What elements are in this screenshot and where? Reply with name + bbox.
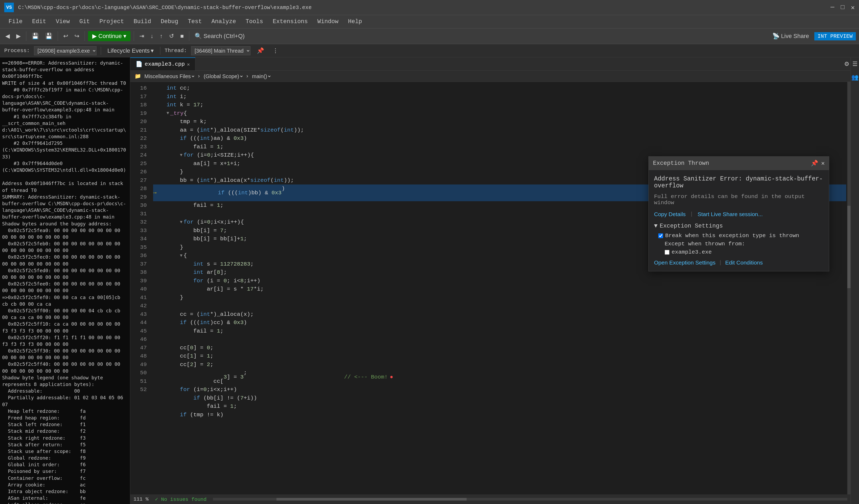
menu-tools[interactable]: Tools [241,17,268,27]
thread-label: Thread: [165,48,187,54]
code-line-21: aa = (int*)_alloca(SIZE*sizeof(int)); [153,126,846,135]
menu-analyze[interactable]: Analyze [207,17,240,27]
open-exception-settings-button[interactable]: Open Exception Settings [654,259,715,266]
no-issues-status: ✓ No issues found [155,496,207,502]
editor-settings-button[interactable]: ⚙ [843,57,850,71]
code-line-50: for (i=0;i<x;i++) [153,385,846,394]
close-button[interactable]: ✕ [851,4,855,12]
continue-label: Continue [99,33,122,40]
exception-dialog: Exception Thrown 📌 ✕ Address Sanitizer E… [648,156,829,271]
terminal-content: ==26908==ERROR: AddressSanitizer: dynami… [2,60,128,504]
menu-git[interactable]: Git [75,17,94,27]
tab-example3[interactable]: 📄 example3.cpp ✕ [130,57,195,71]
title-controls[interactable]: ─ □ ✕ [831,4,855,12]
menu-file[interactable]: File [4,17,27,27]
code-line-51: if (bb[i] != (7+i)) [153,394,846,402]
break-checkbox-row: Break when this exception type is thrown [654,233,824,239]
toolbar-back[interactable]: ◀ [3,32,12,41]
toolbar-undo[interactable]: ↩ [61,32,70,41]
menu-build[interactable]: Build [129,17,155,27]
terminal-panel[interactable]: ==26908==ERROR: AddressSanitizer: dynami… [0,57,130,504]
code-line-22: if (((int)aa) & 0x3) [153,134,846,143]
copy-details-button[interactable]: Copy Details [654,211,685,217]
code-editor[interactable]: 16 17 18 19 20 21 22 23 24 25 26 27 28 2… [130,82,850,494]
process-label: Process: [4,48,30,54]
example3-checkbox[interactable] [665,250,669,255]
settings-expand-icon[interactable]: ▼ [654,223,658,229]
menu-view[interactable]: View [51,17,74,27]
except-from-row: Except when thrown from: [654,241,824,247]
dialog-header-icons[interactable]: 📌 ✕ [811,160,825,167]
tab-file-icon: 📄 [136,61,142,67]
toolbar-forward[interactable]: ▶ [14,32,23,41]
toolbar-step-out[interactable]: ↑ [158,32,165,41]
menu-test[interactable]: Test [184,17,206,27]
scrollbar-thumb-v[interactable] [847,206,850,288]
break-checkbox[interactable] [658,233,663,238]
process-select[interactable]: [26908] example3.exe [34,46,96,55]
breadcrumb-files[interactable]: 📁 [135,73,141,79]
scrollbar-thumb-h[interactable] [276,498,467,501]
code-content[interactable]: int cc; int i; int k = 17; ▼_try{ tmp = … [149,82,850,494]
code-line-53: if (tmp != k) [153,411,846,419]
menu-help[interactable]: Help [344,17,366,27]
breadcrumb-files-select[interactable]: Miscellaneous Files [143,73,195,79]
example3-checkbox-label: example3.exe [672,249,712,255]
link-separator-2: | [719,260,722,266]
main-layout: ==26908==ERROR: AddressSanitizer: dynami… [0,57,859,504]
menu-edit[interactable]: Edit [28,17,50,27]
dialog-pin-icon[interactable]: 📌 [811,160,818,167]
code-line-23: fail = 1; [153,143,846,151]
toolbar-save-all[interactable]: 💾 [43,32,55,41]
breadcrumb-func-select[interactable]: main() [251,73,271,79]
code-line-44: fail = 1; [153,327,846,335]
example3-checkbox-row: example3.exe [654,249,824,255]
team-explorer-icon[interactable]: 👥 [850,73,859,82]
thread-pin[interactable]: 📌 [255,46,266,55]
code-line-43: if (((int)cc) & 0x3) [153,319,846,327]
live-share-session-button[interactable]: Start Live Share session... [698,211,763,217]
code-line-45 [153,335,846,344]
continue-icon: ▶ [92,33,97,40]
toolbar-sep-3 [85,31,85,41]
minimize-button[interactable]: ─ [831,4,834,12]
menu-debug[interactable]: Debug [156,17,182,27]
editor-bottom-bar: 111 % ✓ No issues found [130,494,850,504]
toolbar-restart[interactable]: ↺ [167,32,176,41]
breadcrumb-sep-2: › [246,73,249,79]
editor-scrollbar-v[interactable] [847,82,850,494]
thread-select[interactable]: [36468] Main Thread [191,46,251,55]
tab-close-icon[interactable]: ✕ [187,61,190,67]
toolbar-step-over[interactable]: ⇥ [137,32,146,41]
toolbar-save[interactable]: 💾 [30,32,41,41]
exception-footer: Open Exception Settings | Edit Condition… [654,259,824,266]
toolbar-stop[interactable]: ■ [178,32,186,41]
menu-extensions[interactable]: Extensions [269,17,312,27]
breadcrumb-bar: 📁 Miscellaneous Files › (Global Scope) ›… [130,71,850,82]
toolbar-live-share[interactable]: 📡 Live Share [770,32,811,41]
breadcrumb-scope-select[interactable]: (Global Scope) [202,73,243,79]
thread-options[interactable]: ⋮ [270,46,281,55]
breadcrumb-sep-1: › [197,73,200,79]
toolbar-sep-1 [26,31,26,41]
maximize-button[interactable]: □ [841,4,844,12]
lifecycle-button[interactable]: Lifecycle Events ▾ [105,46,156,55]
menu-project[interactable]: Project [95,17,128,27]
title-path: C:\MSDN\cpp-docs-pr\docs\c-language\ASAN… [18,4,826,11]
code-line-18: int k = 17; [153,101,846,109]
solution-explorer-icon[interactable]: ☰ [851,60,859,68]
edit-conditions-button[interactable]: Edit Conditions [725,259,763,266]
dialog-title: Exception Thrown [653,160,709,167]
toolbar-redo[interactable]: ↪ [72,32,81,41]
toolbar: ◀ ▶ 💾 💾 ↩ ↪ ▶ Continue ▾ ⇥ ↓ ↑ ↺ ■ 🔍 Sea… [0,28,859,44]
menu-window[interactable]: Window [313,17,343,27]
zoom-level: 111 % [134,496,149,502]
dialog-close-icon[interactable]: ✕ [821,160,825,167]
except-from-label: Except when thrown from: [665,241,745,247]
toolbar-step-into[interactable]: ↓ [148,32,155,41]
exception-error-title: Address Sanitizer Error: dynamic-stack-b… [654,175,824,189]
editor-scrollbar-h[interactable] [213,498,847,501]
toolbar-search[interactable]: 🔍 Search (Ctrl+Q) [193,32,247,41]
continue-button[interactable]: ▶ Continue ▾ [88,31,131,41]
code-line-17: int i; [153,92,846,101]
